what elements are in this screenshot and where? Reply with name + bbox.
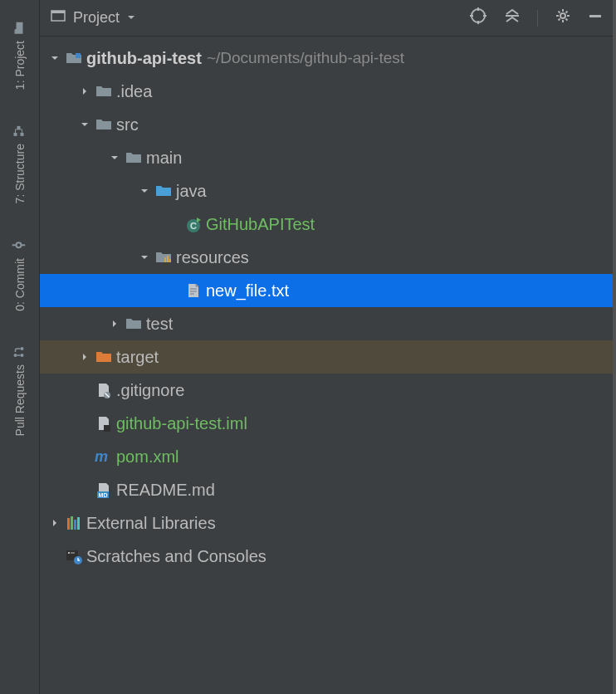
commit-tab-label: 0: Commit: [13, 258, 27, 311]
hide-icon[interactable]: [588, 8, 603, 27]
tree-label: github-api-test: [86, 49, 202, 68]
svg-point-6: [13, 354, 17, 357]
class-runnable-icon: C: [183, 216, 204, 232]
splitter[interactable]: [613, 0, 616, 694]
svg-text:C: C: [190, 221, 197, 231]
tree-label: java: [176, 182, 207, 201]
svg-rect-22: [164, 257, 166, 262]
svg-rect-19: [76, 53, 81, 58]
svg-rect-36: [74, 520, 76, 530]
tree-path: ~/Documents/github-api-test: [207, 49, 404, 67]
svg-rect-39: [68, 552, 70, 554]
chevron-down-icon[interactable]: [76, 120, 93, 130]
tree-label: README.md: [116, 481, 215, 500]
folder-icon: [12, 22, 27, 35]
tree-label: .gitignore: [116, 381, 184, 400]
svg-point-8: [20, 347, 23, 350]
rail-pull-requests[interactable]: Pull Requests: [13, 344, 27, 436]
locate-icon[interactable]: [469, 7, 487, 29]
tree-iml[interactable]: github-api-test.iml: [40, 407, 613, 440]
svg-rect-37: [77, 517, 80, 530]
tree-gitignore[interactable]: .gitignore: [40, 374, 613, 407]
structure-tab-label: 7: Structure: [13, 144, 27, 203]
gear-icon[interactable]: [555, 7, 571, 28]
tree-label: main: [146, 149, 182, 168]
tree-label: GitHubAPITest: [206, 215, 315, 234]
tree-label: External Libraries: [86, 514, 216, 533]
tree-external-libraries[interactable]: External Libraries: [40, 506, 613, 540]
rail-project[interactable]: 1: Project: [13, 20, 27, 90]
svg-text:MD: MD: [99, 492, 108, 498]
svg-rect-24: [169, 259, 171, 262]
chevron-down-icon[interactable]: [126, 10, 136, 27]
tree-label: new_file.txt: [206, 281, 289, 301]
project-view-icon[interactable]: [50, 7, 66, 28]
svg-rect-10: [51, 11, 65, 13]
svg-point-11: [472, 9, 485, 22]
chevron-down-icon[interactable]: [46, 53, 63, 63]
chevron-down-icon[interactable]: [136, 252, 153, 262]
tree-label: target: [116, 348, 159, 367]
tree-java[interactable]: java: [40, 174, 613, 208]
svg-rect-0: [13, 133, 17, 136]
chevron-right-icon[interactable]: [46, 518, 63, 528]
project-header: Project: [40, 0, 613, 37]
tree-label: Scratches and Consoles: [86, 547, 266, 566]
libraries-icon: [63, 515, 85, 531]
project-tree: github-api-test ~/Documents/github-api-t…: [40, 37, 613, 578]
tree-main[interactable]: main: [40, 141, 613, 174]
pull-request-icon: [12, 345, 27, 359]
gitignore-file-icon: [93, 382, 115, 398]
svg-rect-1: [20, 133, 23, 136]
text-file-icon: [183, 282, 204, 299]
svg-rect-35: [71, 516, 73, 530]
svg-rect-30: [104, 425, 110, 432]
maven-file-icon: m: [93, 448, 115, 465]
chevron-right-icon[interactable]: [106, 319, 123, 329]
folder-icon: [123, 149, 144, 166]
chevron-down-icon[interactable]: [106, 153, 123, 163]
tree-resources[interactable]: resources: [40, 241, 613, 274]
svg-point-7: [20, 354, 23, 357]
iml-file-icon: [93, 415, 115, 432]
tree-scratches[interactable]: Scratches and Consoles: [40, 540, 613, 573]
tree-test[interactable]: test: [40, 307, 613, 340]
module-folder-icon: [63, 50, 85, 66]
tree-src[interactable]: src: [40, 108, 613, 141]
svg-rect-23: [167, 256, 169, 262]
chevron-down-icon[interactable]: [136, 186, 153, 196]
rail-structure[interactable]: 7: Structure: [13, 123, 27, 203]
folder-icon: [93, 116, 115, 133]
commit-icon: [12, 238, 27, 252]
svg-rect-34: [67, 518, 70, 530]
pull-tab-label: Pull Requests: [13, 364, 27, 436]
source-folder-icon: [153, 183, 174, 199]
tree-label: pom.xml: [116, 447, 179, 467]
tree-idea[interactable]: .idea: [40, 75, 613, 108]
tree-label: src: [116, 115, 139, 134]
collapse-all-icon[interactable]: [504, 7, 521, 28]
tree-root[interactable]: github-api-test ~/Documents/github-api-t…: [40, 42, 613, 75]
svg-point-3: [16, 242, 21, 247]
folder-icon: [123, 315, 144, 332]
folder-icon: [93, 83, 115, 100]
rail-commit[interactable]: 0: Commit: [13, 237, 27, 311]
excluded-folder-icon: [93, 349, 115, 365]
tree-target[interactable]: target: [40, 340, 613, 374]
tree-label: github-api-test.iml: [116, 414, 247, 433]
project-tool-window: Project github-api-test: [40, 0, 613, 694]
project-title: Project: [73, 9, 120, 27]
tool-window-rail: 1: Project 7: Structure 0: Commit Pull R…: [0, 0, 40, 694]
svg-rect-18: [589, 15, 601, 17]
divider: [537, 10, 538, 27]
svg-point-17: [560, 13, 565, 18]
tree-readme[interactable]: MD README.md: [40, 473, 613, 506]
structure-icon: [12, 125, 27, 138]
chevron-right-icon[interactable]: [76, 352, 93, 362]
tree-pom[interactable]: m pom.xml: [40, 440, 613, 473]
chevron-right-icon[interactable]: [76, 86, 93, 96]
tree-label: resources: [176, 248, 249, 267]
scratches-icon: [63, 548, 85, 564]
tree-newfile[interactable]: new_file.txt: [40, 274, 613, 307]
tree-class[interactable]: C GitHubAPITest: [40, 208, 613, 241]
